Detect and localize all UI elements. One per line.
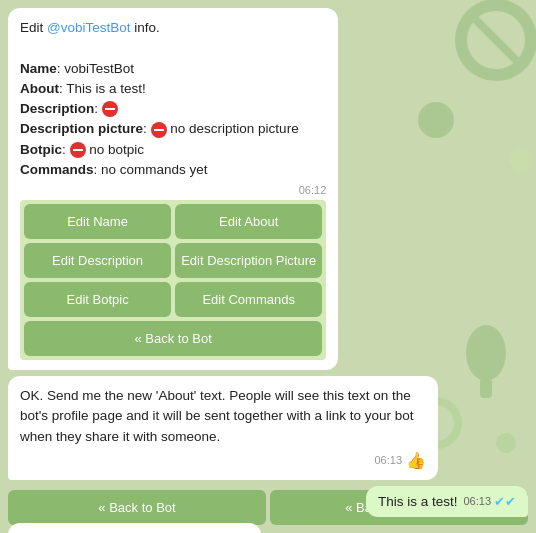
commands-value: no commands yet: [101, 162, 208, 177]
thumbs-up-icon: 👍: [406, 451, 426, 470]
about-value: This is a test!: [66, 81, 146, 96]
desc-pic-label: Description picture: [20, 121, 143, 136]
user-message-text: This is a test!: [378, 494, 458, 509]
bot-info-time: 06:12: [20, 184, 326, 196]
description-label: Description: [20, 101, 94, 116]
name-value: vobiTestBot: [64, 61, 134, 76]
no-icon-description: [102, 101, 118, 117]
edit-description-picture-button[interactable]: Edit Description Picture: [175, 243, 322, 278]
edit-about-button[interactable]: Edit About: [175, 204, 322, 239]
instruction-bubble: OK. Send me the new 'About' text. People…: [8, 376, 438, 480]
about-label: About: [20, 81, 59, 96]
instruction-time-row: 06:13 👍: [20, 451, 426, 470]
botpic-label: Botpic: [20, 142, 62, 157]
name-label: Name: [20, 61, 57, 76]
back-to-bot-button[interactable]: « Back to Bot: [24, 321, 322, 356]
instruction-time: 06:13: [374, 454, 402, 466]
no-icon-desc-pic: [151, 122, 167, 138]
user-message-time-row: 06:13 ✔✔: [463, 494, 516, 509]
success-bubble: Success! About section updated. /help 06…: [8, 523, 261, 533]
edit-name-button[interactable]: Edit Name: [24, 204, 171, 239]
user-message-bubble: This is a test! 06:13 ✔✔: [366, 486, 528, 517]
no-icon-botpic: [70, 142, 86, 158]
edit-botpic-button[interactable]: Edit Botpic: [24, 282, 171, 317]
double-check-icon: ✔✔: [494, 494, 516, 509]
button-grid: Edit Name Edit About Edit Description Ed…: [20, 200, 326, 360]
intro-text: Edit: [20, 20, 47, 35]
edit-description-button[interactable]: Edit Description: [24, 243, 171, 278]
desc-pic-value: no description picture: [170, 121, 298, 136]
user-message-time: 06:13: [463, 495, 491, 507]
intro-suffix: info.: [131, 20, 160, 35]
bot-mention: @vobiTestBot: [47, 20, 131, 35]
bot-info-text: Edit @vobiTestBot info. Name: vobiTestBo…: [20, 18, 326, 180]
instruction-text: OK. Send me the new 'About' text. People…: [20, 386, 426, 447]
botpic-value: no botpic: [89, 142, 144, 157]
chat-container: Edit @vobiTestBot info. Name: vobiTestBo…: [0, 0, 536, 533]
commands-label: Commands: [20, 162, 94, 177]
edit-commands-button[interactable]: Edit Commands: [175, 282, 322, 317]
bot-info-bubble: Edit @vobiTestBot info. Name: vobiTestBo…: [8, 8, 338, 370]
